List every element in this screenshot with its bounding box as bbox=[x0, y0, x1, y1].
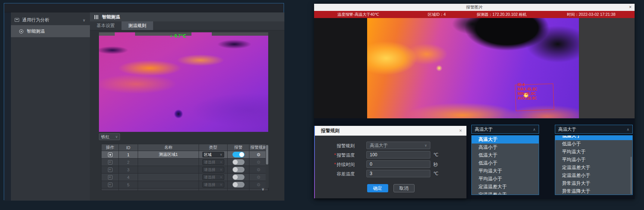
sidebar-group-behavior-analysis[interactable]: 通用行为分析 ∨ bbox=[11, 15, 90, 25]
row-id: 3 bbox=[119, 166, 138, 174]
field-label: 容差温度 bbox=[326, 171, 355, 177]
alarm-toggle[interactable] bbox=[232, 174, 245, 180]
add-region-icon[interactable] bbox=[108, 168, 112, 172]
type-select: 请选择∨ bbox=[202, 159, 224, 165]
table-row[interactable]: 1 测温区域1 区域∨ ⚙ bbox=[102, 151, 268, 159]
field-alarm-rule: 报警规则 高温大于 ∨ bbox=[315, 142, 466, 149]
unit-label: ℃ bbox=[433, 152, 438, 157]
type-value: 区域 bbox=[204, 152, 212, 157]
panel-header: 智能测温 bbox=[90, 12, 284, 21]
option[interactable]: 异常温升大于 bbox=[555, 180, 632, 187]
alarm-rule-dialog-header: 报警规则 × bbox=[315, 126, 466, 136]
window-top-bar bbox=[4, 3, 284, 12]
panel-title: 智能测温 bbox=[102, 14, 120, 20]
type-select: 请选择∨ bbox=[202, 174, 224, 180]
option[interactable]: 低温小于 bbox=[555, 140, 632, 148]
option[interactable]: 高温大于 bbox=[472, 136, 539, 144]
tolerance-temperature-input[interactable]: 3 bbox=[366, 170, 430, 177]
table-row[interactable]: 2 请选择∨ ⚙ bbox=[102, 159, 268, 166]
table-row[interactable]: 4 请选择∨ ⚙ bbox=[102, 174, 268, 181]
alarm-toggle[interactable] bbox=[232, 167, 245, 172]
row-name bbox=[138, 181, 199, 189]
duration-input[interactable]: 0 bbox=[366, 160, 430, 168]
option[interactable]: 平均温大于 bbox=[555, 148, 632, 156]
alarm-rule-select[interactable]: 高温大于 ∨ bbox=[366, 142, 430, 149]
roi-max: MAX:45.8C bbox=[518, 87, 537, 92]
add-region-icon[interactable] bbox=[108, 175, 112, 180]
option[interactable]: 定温温差大于 bbox=[555, 164, 632, 172]
gear-icon[interactable]: ⚙ bbox=[257, 152, 261, 157]
thermal-preview-image: -9.7℃ bbox=[99, 32, 268, 132]
option[interactable]: 低温大于 bbox=[472, 151, 539, 159]
chevron-down-icon: ∨ bbox=[424, 144, 427, 147]
thermal-gray-block bbox=[212, 32, 268, 36]
col-id: ID bbox=[119, 144, 138, 151]
option[interactable]: 平均温小于 bbox=[555, 156, 632, 164]
roi-min: MIN:25.0C bbox=[518, 92, 537, 96]
type-value: 请选择 bbox=[204, 182, 216, 187]
alarm-rule-dialog-title: 报警规则 bbox=[321, 128, 340, 134]
thermometry-rules-table: 操作 ID 名称 类型 报警 报警规则 1 测温区域1 区域∨ ⚙ 2 请选择∨… bbox=[101, 144, 269, 191]
alarm-toggle[interactable] bbox=[232, 152, 245, 157]
table-row[interactable]: 5 请选择∨ ⚙ bbox=[102, 181, 268, 189]
type-value: 请选择 bbox=[204, 175, 216, 180]
row-id: 4 bbox=[119, 174, 138, 181]
chevron-down-icon[interactable]: ∨ bbox=[83, 18, 85, 22]
palette-select[interactable]: 铁红 ∨ bbox=[99, 133, 120, 140]
sidebar: 通用行为分析 ∨ 智能测温 bbox=[11, 12, 90, 201]
option[interactable]: 平均温小于 bbox=[472, 175, 539, 183]
thermometry-icon bbox=[19, 29, 23, 33]
option[interactable]: 平均温大于 bbox=[472, 167, 539, 175]
dropdown-scrollbar[interactable] bbox=[630, 157, 632, 194]
alarm-rule-value: 高温大于 bbox=[370, 142, 388, 149]
roi-id: ID:4 bbox=[518, 83, 537, 87]
sidebar-item-label: 智能测温 bbox=[27, 28, 45, 35]
option[interactable]: 高温小于 bbox=[472, 144, 539, 151]
option[interactable]: 低温小于 bbox=[472, 159, 539, 167]
col-operation: 操作 bbox=[102, 144, 119, 151]
col-alarm: 报警 bbox=[228, 144, 249, 151]
option[interactable]: 定温温差小于 bbox=[555, 172, 632, 180]
gear-icon: ⚙ bbox=[257, 182, 261, 187]
tab-basic-settings[interactable]: 基本设置 bbox=[90, 21, 122, 30]
tab-thermometry-rules[interactable]: 测温规则 bbox=[122, 21, 153, 30]
scrollbar-thumb[interactable] bbox=[266, 145, 268, 165]
option[interactable]: 异常温降大于 bbox=[555, 187, 632, 195]
close-icon[interactable]: × bbox=[629, 5, 632, 10]
dialog-title: 报警图片 bbox=[314, 4, 635, 11]
type-select[interactable]: 区域∨ bbox=[202, 152, 224, 157]
row-name bbox=[138, 174, 199, 181]
rule-dropdown-2[interactable]: 高温大于 ∧ bbox=[555, 125, 633, 134]
confirm-button[interactable]: 确定 bbox=[367, 184, 388, 192]
option[interactable]: 定温温差小于 bbox=[472, 191, 539, 195]
col-type: 类型 bbox=[199, 144, 228, 151]
columns-icon bbox=[94, 15, 98, 19]
add-region-icon[interactable] bbox=[108, 183, 112, 187]
row-id: 5 bbox=[119, 181, 138, 189]
alarm-temperature-input[interactable]: 100 bbox=[366, 151, 430, 159]
alarm-toggle[interactable] bbox=[232, 159, 245, 165]
alarm-time-text: 时间：2022-03-02 17:21:38 bbox=[567, 12, 615, 17]
sidebar-item-smart-thermometry[interactable]: 智能测温 bbox=[11, 25, 90, 37]
field-tolerance-temperature: 容差温度 3 ℃ bbox=[315, 170, 466, 177]
option[interactable]: 定温温差大于 bbox=[472, 183, 539, 191]
palette-value: 铁红 bbox=[101, 134, 109, 140]
rule-dropdown-1[interactable]: 高温大于 ∧ bbox=[471, 125, 539, 134]
left-edge-strip bbox=[4, 12, 11, 201]
table-row[interactable]: 3 请选择∨ ⚙ bbox=[102, 166, 268, 174]
draw-region-icon[interactable] bbox=[108, 153, 112, 157]
chevron-down-icon: ∨ bbox=[220, 183, 222, 186]
table-scrollbar[interactable] bbox=[266, 144, 269, 188]
behavior-analysis-icon bbox=[15, 18, 19, 22]
row-id: 1 bbox=[119, 151, 138, 159]
add-region-icon[interactable] bbox=[108, 160, 112, 165]
alarm-toggle[interactable] bbox=[232, 182, 245, 187]
dropdown-value: 高温大于 bbox=[475, 126, 493, 133]
chevron-up-icon: ∧ bbox=[627, 127, 629, 131]
type-select: 请选择∨ bbox=[202, 182, 224, 187]
cancel-button[interactable]: 取消 bbox=[393, 184, 415, 192]
close-icon[interactable]: × bbox=[459, 128, 462, 133]
option-partial[interactable]: 低温大于 bbox=[555, 136, 632, 140]
scroll-down-icon[interactable]: ∨ bbox=[261, 187, 264, 192]
row-id: 2 bbox=[119, 159, 138, 166]
